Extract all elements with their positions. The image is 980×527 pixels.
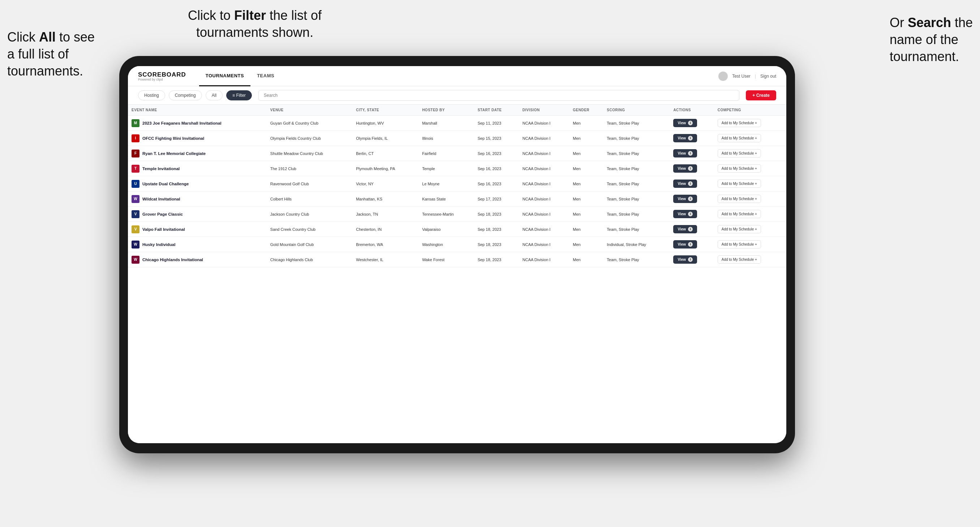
cell-venue: Shuttle Meadow Country Club [267, 146, 352, 161]
add-to-schedule-button[interactable]: Add to My Schedule + [718, 240, 761, 249]
cell-city-state: Olympia Fields, IL [352, 131, 418, 146]
all-filter-btn[interactable]: All [205, 90, 223, 100]
cell-scoring: Team, Stroke Play [603, 222, 670, 237]
table-row: W Husky Individual Gold Mountain Golf Cl… [128, 237, 786, 252]
cell-competing: Add to My Schedule + [714, 252, 786, 267]
cell-venue: The 1912 Club [267, 161, 352, 176]
cell-actions: View ℹ [670, 176, 714, 191]
add-to-schedule-button[interactable]: Add to My Schedule + [718, 195, 761, 203]
nav-tabs: TOURNAMENTS TEAMS [199, 66, 718, 86]
cell-gender: Men [569, 131, 603, 146]
table-row: W Chicago Highlands Invitational Chicago… [128, 252, 786, 267]
cell-city-state: Victor, NY [352, 176, 418, 191]
view-button[interactable]: View ℹ [673, 134, 697, 142]
event-title: Upstate Dual Challenge [142, 182, 189, 186]
col-event-name: EVENT NAME [128, 105, 267, 116]
cell-city-state: Westchester, IL [352, 252, 418, 267]
add-to-schedule-button[interactable]: Add to My Schedule + [718, 225, 761, 233]
filter-toggle-btn[interactable]: ≡ Filter [226, 90, 252, 100]
cell-event-name: M 2023 Joe Feaganes Marshall Invitationa… [128, 116, 267, 131]
team-logo: W [132, 241, 140, 249]
cell-start-date: Sep 15, 2023 [474, 131, 519, 146]
team-logo: I [132, 134, 140, 142]
view-button[interactable]: View ℹ [673, 164, 697, 173]
cell-venue: Ravenwood Golf Club [267, 176, 352, 191]
cell-scoring: Team, Stroke Play [603, 191, 670, 206]
annotation-topcenter: Click to Filter the list oftournaments s… [188, 7, 321, 41]
add-to-schedule-button[interactable]: Add to My Schedule + [718, 179, 761, 188]
cell-division: NCAA Division I [519, 206, 570, 222]
cell-gender: Men [569, 237, 603, 252]
cell-actions: View ℹ [670, 146, 714, 161]
add-to-schedule-button[interactable]: Add to My Schedule + [718, 164, 761, 173]
cell-actions: View ℹ [670, 161, 714, 176]
cell-actions: View ℹ [670, 252, 714, 267]
event-title: OFCC Fighting Illini Invitational [142, 136, 204, 141]
info-icon: ℹ [688, 242, 693, 247]
add-to-schedule-button[interactable]: Add to My Schedule + [718, 256, 761, 264]
info-icon: ℹ [688, 121, 693, 125]
cell-competing: Add to My Schedule + [714, 206, 786, 222]
create-btn[interactable]: + Create [746, 90, 776, 100]
view-button[interactable]: View ℹ [673, 149, 697, 157]
hosting-filter-btn[interactable]: Hosting [138, 90, 165, 100]
cell-division: NCAA Division I [519, 237, 570, 252]
cell-scoring: Team, Stroke Play [603, 161, 670, 176]
add-to-schedule-button[interactable]: Add to My Schedule + [718, 134, 761, 142]
info-icon: ℹ [688, 166, 693, 171]
app-header: SCOREBOARD Powered by clipd TOURNAMENTS … [128, 66, 786, 86]
event-title: Temple Invitational [142, 167, 180, 171]
team-logo: V [132, 225, 140, 233]
nav-tab-tournaments[interactable]: TOURNAMENTS [199, 66, 250, 86]
view-button[interactable]: View ℹ [673, 119, 697, 127]
table-row: V Grover Page Classic Jackson Country Cl… [128, 206, 786, 222]
cell-scoring: Team, Stroke Play [603, 131, 670, 146]
cell-start-date: Sep 16, 2023 [474, 161, 519, 176]
cell-division: NCAA Division I [519, 146, 570, 161]
divider: | [755, 74, 756, 79]
cell-actions: View ℹ [670, 222, 714, 237]
view-button[interactable]: View ℹ [673, 179, 697, 188]
info-icon: ℹ [688, 151, 693, 156]
add-to-schedule-button[interactable]: Add to My Schedule + [718, 119, 761, 127]
cell-city-state: Manhattan, KS [352, 191, 418, 206]
competing-filter-btn[interactable]: Competing [169, 90, 202, 100]
header-right: Test User | Sign out [718, 71, 776, 81]
table-row: F Ryan T. Lee Memorial Collegiate Shuttl… [128, 146, 786, 161]
view-button[interactable]: View ℹ [673, 240, 697, 249]
view-button[interactable]: View ℹ [673, 256, 697, 264]
cell-competing: Add to My Schedule + [714, 237, 786, 252]
cell-gender: Men [569, 206, 603, 222]
nav-tab-teams[interactable]: TEAMS [250, 66, 281, 86]
cell-actions: View ℹ [670, 116, 714, 131]
cell-city-state: Bremerton, WA [352, 237, 418, 252]
sign-out-link[interactable]: Sign out [760, 74, 776, 79]
cell-venue: Sand Creek Country Club [267, 222, 352, 237]
cell-city-state: Chesterton, IN [352, 222, 418, 237]
table-row: T Temple Invitational The 1912 Club Plym… [128, 161, 786, 176]
view-button[interactable]: View ℹ [673, 210, 697, 218]
cell-event-name: T Temple Invitational [128, 161, 267, 176]
cell-division: NCAA Division I [519, 176, 570, 191]
cell-gender: Men [569, 116, 603, 131]
user-name: Test User [732, 74, 751, 79]
cell-division: NCAA Division I [519, 191, 570, 206]
search-input[interactable] [258, 90, 739, 101]
event-title: Husky Individual [142, 242, 175, 247]
cell-event-name: V Valpo Fall Invitational [128, 222, 267, 237]
cell-hosted-by: Tennessee-Martin [418, 206, 474, 222]
view-button[interactable]: View ℹ [673, 195, 697, 203]
cell-actions: View ℹ [670, 131, 714, 146]
add-to-schedule-button[interactable]: Add to My Schedule + [718, 210, 761, 218]
cell-event-name: I OFCC Fighting Illini Invitational [128, 131, 267, 146]
cell-competing: Add to My Schedule + [714, 116, 786, 131]
view-button[interactable]: View ℹ [673, 225, 697, 233]
add-to-schedule-button[interactable]: Add to My Schedule + [718, 149, 761, 157]
cell-event-name: W Wildcat Invitational [128, 191, 267, 206]
cell-event-name: V Grover Page Classic [128, 206, 267, 222]
cell-start-date: Sep 16, 2023 [474, 176, 519, 191]
cell-venue: Chicago Highlands Club [267, 252, 352, 267]
col-start-date: START DATE [474, 105, 519, 116]
filter-bar: Hosting Competing All ≡ Filter + Create [128, 86, 786, 105]
cell-scoring: Team, Stroke Play [603, 206, 670, 222]
